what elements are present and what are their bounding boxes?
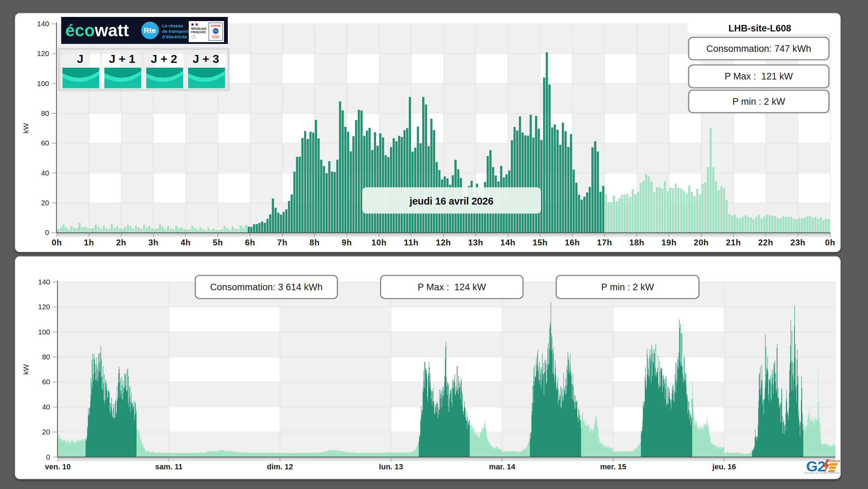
svg-text:11h: 11h xyxy=(404,238,418,247)
svg-text:21h: 21h xyxy=(726,238,741,247)
svg-text:0: 0 xyxy=(45,228,49,236)
svg-text:2h: 2h xyxy=(116,238,127,247)
svg-text:Optimisation des ressources én: Optimisation des ressources énergétiques xyxy=(804,472,840,474)
svg-text:20h: 20h xyxy=(694,238,709,247)
svg-text:J + 2: J + 2 xyxy=(151,52,177,65)
svg-text:60: 60 xyxy=(41,139,49,147)
svg-text:18h: 18h xyxy=(629,238,644,247)
svg-text:J: J xyxy=(77,52,84,65)
svg-text:22h: 22h xyxy=(758,238,773,247)
svg-text:140: 140 xyxy=(37,20,49,28)
svg-text:19h: 19h xyxy=(662,238,677,247)
svg-text:P Max : 121 kW: P Max : 121 kW xyxy=(725,71,793,82)
svg-text:Consommation: 3 614 kWh: Consommation: 3 614 kWh xyxy=(210,282,323,292)
svg-text:80: 80 xyxy=(41,109,49,117)
svg-text:lun. 13: lun. 13 xyxy=(379,462,403,471)
svg-text:kW: kW xyxy=(22,364,30,375)
svg-text:20: 20 xyxy=(41,199,49,207)
svg-text:80: 80 xyxy=(42,353,50,361)
svg-text:40: 40 xyxy=(41,169,49,177)
svg-text:ven. 10: ven. 10 xyxy=(45,462,71,471)
svg-text:5h: 5h xyxy=(213,238,223,247)
svg-text:de transport: de transport xyxy=(162,29,189,34)
svg-text:140: 140 xyxy=(38,278,50,286)
svg-text:J + 1: J + 1 xyxy=(109,52,136,65)
svg-text:écowatt: écowatt xyxy=(65,21,129,40)
svg-text:120: 120 xyxy=(38,303,50,311)
svg-text:jeu. 16: jeu. 16 xyxy=(712,462,736,471)
svg-text:mar. 14: mar. 14 xyxy=(489,462,516,471)
svg-text:12h: 12h xyxy=(436,238,451,247)
svg-text:LHB-site-L608: LHB-site-L608 xyxy=(728,23,791,34)
svg-text:0: 0 xyxy=(46,453,50,461)
svg-text:20: 20 xyxy=(42,428,50,436)
svg-text:13h: 13h xyxy=(468,238,483,247)
svg-text:P Max : 124 kW: P Max : 124 kW xyxy=(418,282,486,292)
svg-text:Le réseau: Le réseau xyxy=(162,23,183,28)
svg-text:14h: 14h xyxy=(501,238,516,247)
svg-text:60: 60 xyxy=(42,378,50,386)
svg-text:FRANCE: FRANCE xyxy=(827,459,840,463)
svg-text:9h: 9h xyxy=(342,238,352,247)
svg-text:sam. 11: sam. 11 xyxy=(155,462,183,471)
svg-text:0h: 0h xyxy=(825,238,836,247)
svg-text:jeudi 16 avril 2026: jeudi 16 avril 2026 xyxy=(409,196,494,207)
svg-text:4h: 4h xyxy=(180,238,191,247)
svg-text:dim. 12: dim. 12 xyxy=(267,462,293,471)
svg-text:7h: 7h xyxy=(277,238,288,247)
svg-text:P min : 2 kW: P min : 2 kW xyxy=(732,96,785,107)
svg-text:1h: 1h xyxy=(84,238,94,247)
svg-text:kW: kW xyxy=(22,123,30,134)
svg-text:FRANÇAISE: FRANÇAISE xyxy=(191,30,206,34)
svg-text:120: 120 xyxy=(37,49,49,57)
svg-text:RÉPUBLIQUE: RÉPUBLIQUE xyxy=(191,27,206,30)
svg-text:40: 40 xyxy=(42,403,50,411)
svg-text:3h: 3h xyxy=(148,238,159,247)
svg-text:J + 3: J + 3 xyxy=(193,52,219,65)
svg-text:23h: 23h xyxy=(791,238,806,247)
svg-text:100: 100 xyxy=(37,79,49,87)
svg-text:ADEME: ADEME xyxy=(211,24,221,27)
svg-text:6h: 6h xyxy=(245,238,255,247)
svg-text:16h: 16h xyxy=(565,238,580,247)
svg-text:15h: 15h xyxy=(533,238,548,247)
svg-text:Consommation: 747 kWh: Consommation: 747 kWh xyxy=(706,44,811,54)
svg-text:100: 100 xyxy=(38,328,50,336)
svg-text:8h: 8h xyxy=(309,238,320,247)
svg-text:10h: 10h xyxy=(372,238,387,247)
svg-text:P min : 2 kW: P min : 2 kW xyxy=(601,282,654,292)
svg-text:d’électricité: d’électricité xyxy=(162,34,187,39)
svg-text:0h: 0h xyxy=(52,238,62,247)
svg-text:mer. 15: mer. 15 xyxy=(600,462,626,471)
svg-text:17h: 17h xyxy=(597,238,612,247)
